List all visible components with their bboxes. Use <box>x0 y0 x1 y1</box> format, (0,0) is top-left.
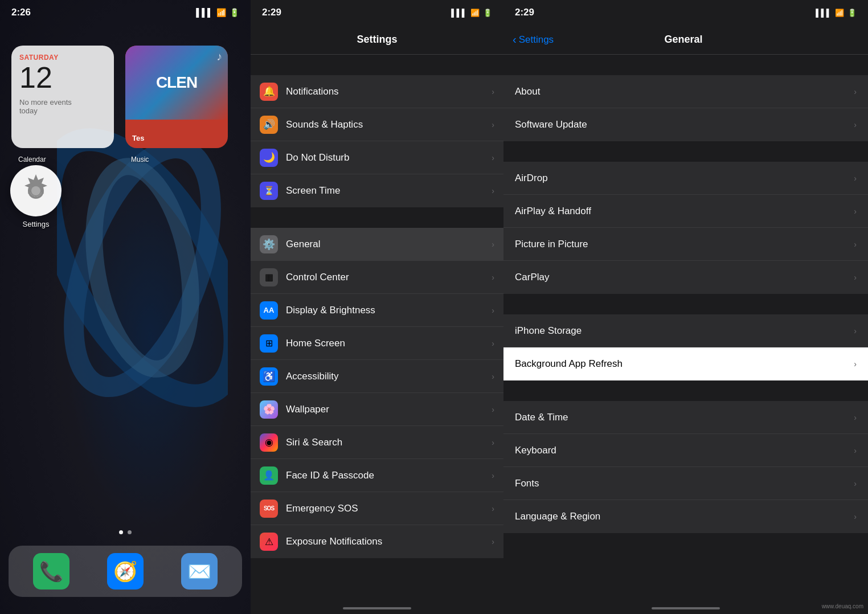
settings-item-general[interactable]: ⚙️ General › <box>251 228 503 261</box>
settings-title: Settings <box>357 34 397 46</box>
settings-app-icon[interactable]: Settings <box>10 165 62 228</box>
page-dots <box>119 530 132 534</box>
general-item-keyboard[interactable]: Keyboard › <box>503 434 868 467</box>
wallpaper-icon: 🌸 <box>260 400 278 419</box>
settings-item-display[interactable]: AA Display & Brightness › <box>251 294 503 327</box>
iphone-storage-label: iPhone Storage <box>515 325 854 337</box>
general-gap-2 <box>503 141 868 162</box>
general-item-fonts[interactable]: Fonts › <box>503 467 868 500</box>
dock-mail-icon[interactable]: ✉️ <box>181 553 218 590</box>
sos-icon: SOS <box>260 500 278 518</box>
settings-gear-icon <box>18 173 54 208</box>
svg-point-5 <box>31 186 40 195</box>
screen-time-icon: ⏳ <box>260 182 278 200</box>
general-section-1: About › Software Update › <box>503 55 868 141</box>
general-item-carplay[interactable]: CarPlay › <box>503 261 868 294</box>
airdrop-chevron: › <box>854 174 857 183</box>
settings-item-dnd[interactable]: 🌙 Do Not Disturb › <box>251 141 503 174</box>
wallpaper-label: Wallpaper <box>286 404 492 415</box>
dnd-icon: 🌙 <box>260 149 278 167</box>
general-section-3: iPhone Storage › Background App Refresh … <box>503 294 868 380</box>
general-item-about[interactable]: About › <box>503 75 868 108</box>
general-back-button[interactable]: ‹ Settings <box>513 33 554 46</box>
general-gap-4 <box>503 380 868 401</box>
background-refresh-chevron: › <box>854 359 857 369</box>
page-dot-1 <box>119 530 123 534</box>
settings-home-indicator <box>251 603 503 614</box>
general-item-iphone-storage[interactable]: iPhone Storage › <box>503 314 868 347</box>
general-title: General <box>554 34 813 46</box>
general-item-airdrop[interactable]: AirDrop › <box>503 162 868 195</box>
settings-home-bar <box>343 607 411 609</box>
settings-battery-icon: 🔋 <box>483 9 492 17</box>
calendar-events: No more eventstoday <box>19 98 106 115</box>
settings-item-exposure[interactable]: ⚠ Exposure Notifications › <box>251 525 503 558</box>
general-item-software-update[interactable]: Software Update › <box>503 108 868 141</box>
software-update-chevron: › <box>854 120 857 129</box>
settings-item-notifications[interactable]: 🔔 Notifications › <box>251 75 503 108</box>
siri-icon: ◉ <box>260 433 278 452</box>
general-chevron: › <box>492 240 494 249</box>
calendar-date: 12 <box>19 63 106 92</box>
general-item-airplay[interactable]: AirPlay & Handoff › <box>503 195 868 228</box>
software-update-label: Software Update <box>515 119 854 130</box>
settings-item-siri[interactable]: ◉ Siri & Search › <box>251 426 503 459</box>
airplay-label: AirPlay & Handoff <box>515 206 854 217</box>
settings-item-home-screen[interactable]: ⊞ Home Screen › <box>251 327 503 360</box>
fonts-label: Fonts <box>515 478 854 489</box>
music-app-label: Music <box>131 154 149 164</box>
settings-item-sos[interactable]: SOS Emergency SOS › <box>251 492 503 525</box>
settings-wifi-icon: 📶 <box>470 9 480 17</box>
settings-item-sounds[interactable]: 🔊 Sounds & Haptics › <box>251 108 503 141</box>
settings-section-2: ⚙️ General › ▦ Control Center › AA Displ… <box>251 207 503 558</box>
home-screen-panel: 2:26 ▌▌▌ 📶 🔋 SATURDAY 12 No more eventst… <box>0 0 251 614</box>
general-section-4: Date & Time › Keyboard › Fonts › Languag… <box>503 380 868 533</box>
display-icon: AA <box>260 301 278 320</box>
general-wifi-icon: 📶 <box>835 9 844 17</box>
general-gap-3 <box>503 294 868 314</box>
general-item-pip[interactable]: Picture in Picture › <box>503 228 868 261</box>
settings-item-screen-time[interactable]: ⏳ Screen Time › <box>251 174 503 207</box>
settings-list: 🔔 Notifications › 🔊 Sounds & Haptics › 🌙… <box>251 55 503 603</box>
watermark: www.deuaq.com <box>822 603 863 609</box>
general-battery-icon: 🔋 <box>847 9 857 17</box>
sounds-label: Sounds & Haptics <box>286 119 492 130</box>
sounds-chevron: › <box>492 120 494 129</box>
general-item-background-refresh[interactable]: Background App Refresh › <box>503 347 868 380</box>
language-region-chevron: › <box>854 512 857 521</box>
accessibility-chevron: › <box>492 372 494 381</box>
airdrop-label: AirDrop <box>515 173 854 184</box>
home-screen-label: Home Screen <box>286 338 492 349</box>
sos-label: Emergency SOS <box>286 503 492 514</box>
settings-item-control-center[interactable]: ▦ Control Center › <box>251 261 503 294</box>
general-home-indicator <box>503 603 868 614</box>
settings-item-faceid[interactable]: 👤 Face ID & Passcode › <box>251 459 503 492</box>
display-label: Display & Brightness <box>286 305 492 316</box>
calendar-widget[interactable]: SATURDAY 12 No more eventstoday <box>11 46 114 148</box>
status-time: 2:26 <box>11 7 31 18</box>
settings-section-1: 🔔 Notifications › 🔊 Sounds & Haptics › 🌙… <box>251 55 503 207</box>
carplay-label: CarPlay <box>515 272 854 283</box>
background-refresh-label: Background App Refresh <box>515 358 854 370</box>
home-screen-icon: ⊞ <box>260 334 278 353</box>
music-widget[interactable]: ♪ CLEN Tes <box>125 46 228 148</box>
accessibility-label: Accessibility <box>286 371 492 382</box>
general-item-language-region[interactable]: Language & Region › <box>503 500 868 533</box>
battery-icon: 🔋 <box>230 8 239 17</box>
general-item-date-time[interactable]: Date & Time › <box>503 401 868 434</box>
dock-safari-icon[interactable]: 🧭 <box>107 553 144 590</box>
exposure-chevron: › <box>492 537 494 546</box>
dock-phone-icon[interactable]: 📞 <box>33 553 69 590</box>
settings-gap-top <box>251 55 503 75</box>
settings-item-accessibility[interactable]: ♿ Accessibility › <box>251 360 503 393</box>
general-panel: 2:29 ▌▌▌ 📶 🔋 ‹ Settings General About › … <box>503 0 868 614</box>
siri-label: Siri & Search <box>286 437 492 448</box>
sos-chevron: › <box>492 504 494 513</box>
pip-chevron: › <box>854 240 857 249</box>
general-list: About › Software Update › AirDrop › AirP… <box>503 55 868 603</box>
airplay-chevron: › <box>854 207 857 216</box>
settings-item-wallpaper[interactable]: 🌸 Wallpaper › <box>251 393 503 426</box>
keyboard-chevron: › <box>854 446 857 455</box>
music-album-art: CLEN <box>125 46 228 120</box>
general-status-bar: 2:29 ▌▌▌ 📶 🔋 <box>503 0 868 25</box>
